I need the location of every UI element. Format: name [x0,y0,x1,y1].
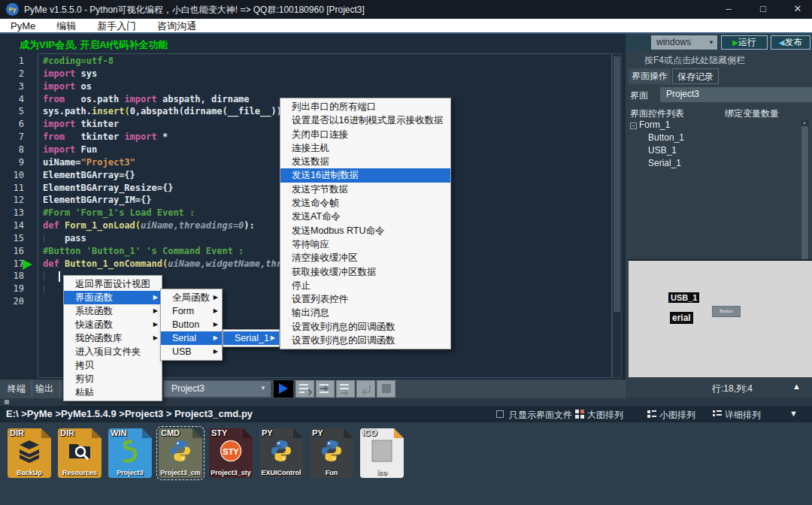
breadcrumb-path[interactable]: E:\ >PyMe >PyMe1.5.4.9 >Project3 > Proje… [6,408,253,419]
context-menu-item-5[interactable]: 我的函数库▶ [64,331,162,345]
context-menu-item-7[interactable]: 拷贝 [64,358,162,372]
ui-func-menu-item-1[interactable]: 全局函数▶ [161,291,222,304]
preview-serial-label[interactable]: erial [670,312,693,324]
small-icons-view-icon[interactable] [647,410,656,419]
show-ui-files-checkbox[interactable] [496,410,504,418]
tree-scroll-thumb[interactable] [801,126,808,275]
code-text: #coding=utf-8 [43,56,114,66]
tab-save-history[interactable]: 保存记录 [672,68,719,84]
ui-project-dropdown[interactable]: Project3 ▼ [660,87,812,102]
tree-node-button_1[interactable]: Button_1 [648,132,684,143]
menu-item-2[interactable]: 编辑 [46,19,86,33]
minimize-button[interactable]: – [711,0,746,19]
tree-node-serial_1[interactable]: Serial_1 [648,158,681,168]
serial-cmd-menu-item-15[interactable]: 设置列表控件 [280,292,450,306]
code-line-2[interactable]: 2import sys [0,68,624,81]
code-line-3[interactable]: 3import os [0,81,624,94]
submenu-arrow-icon: ▶ [214,304,218,318]
hide-sidebar-hint[interactable]: 按F4或点击此处隐藏侧栏 [644,54,745,67]
run-button[interactable]: ▶运行 [721,35,768,50]
file-icon-resources[interactable]: DIRResources [58,428,102,478]
preview-usb-label[interactable]: USB_1 [668,292,699,303]
debug-undo-button[interactable] [356,380,375,398]
serial-inst-menu-item-1[interactable]: Serial_1▶ [223,331,279,345]
menu-item-3[interactable]: 新手入门 [86,19,147,33]
form-preview-canvas[interactable]: USB_1 erial Button [629,259,812,377]
detail-view-icon[interactable] [713,410,722,419]
serial-cmd-menu-item-1[interactable]: 列出串口的所有端口 [280,100,450,113]
menu-item-label: 我的函数库 [64,333,123,343]
serial-cmd-menu-item-8[interactable]: 发送命令帧 [280,196,450,210]
serial-cmd-menu-item-13[interactable]: 获取接收缓冲区数据 [280,265,450,279]
context-menu-item-1[interactable]: 返回界面设计视图 [64,277,162,291]
context-menu-item-8[interactable]: 剪切 [64,372,162,386]
code-line-1[interactable]: 1#coding=utf-8 [0,56,624,68]
serial-cmd-menu-item-7[interactable]: 发送字节数据 [280,183,450,196]
context-menu-item-2[interactable]: 界面函数▶ [64,291,162,304]
ui-func-menu-item-2[interactable]: Form▶ [161,304,222,318]
serial-cmd-menu-item-4[interactable]: 连接主机 [280,141,450,155]
debug-step-into-button[interactable] [295,380,314,398]
debug-run-button[interactable] [274,380,293,398]
bottom-tab-1[interactable]: 终端 [2,381,32,397]
ui-func-menu-item-3[interactable]: Button▶ [161,318,222,331]
ui-func-menu-item-5[interactable]: USB▶ [161,345,222,358]
run-project-dropdown[interactable]: Project3 ▼ [164,381,271,397]
menu-item-4[interactable]: 咨询沟通 [147,19,207,33]
context-menu-item-4[interactable]: 快速函数▶ [64,318,162,331]
tree-node-form1[interactable]: −Form_1 [630,119,670,130]
scroll-up-icon[interactable]: ▲ [802,120,807,125]
serial-cmd-menu-item-14[interactable]: 停止 [280,279,450,292]
serial-cmd-menu-item-17[interactable]: 设置收到消息的回调函数 [280,320,450,334]
tree-node-usb_1[interactable]: USB_1 [648,145,677,156]
file-icon-exuicontrol[interactable]: PYEXUIControl [259,428,303,478]
more-views-icon[interactable]: ▼ [789,409,798,418]
collapse-up-icon[interactable]: ▲ [792,382,801,391]
show-ui-files-label[interactable]: 只显示界面文件 [509,409,572,422]
ui-func-menu-item-4[interactable]: Serial▶ [161,331,222,345]
serial-cmd-menu-item-3[interactable]: 关闭串口连接 [280,128,450,141]
serial-cmd-menu-item-9[interactable]: 发送AT命令 [280,210,450,223]
file-icon-fun[interactable]: PYFun [310,428,353,478]
serial-cmd-menu-item-11[interactable]: 等待响应 [280,237,450,251]
serial-cmd-menu-item-18[interactable]: 设置收到消息的回调函数 [280,334,450,347]
tree-collapse-icon[interactable]: − [630,122,637,129]
small-icons-view-label[interactable]: 小图排列 [659,409,695,422]
serial-cmd-menu-item-10[interactable]: 发送Modbus RTU命令 [280,224,450,237]
menu-item-1[interactable]: PyMe [0,19,46,33]
file-icon-ico[interactable]: ICOico [360,428,404,478]
serial-cmd-menu-item-16[interactable]: 输出消息 [280,306,450,319]
page-fold-corner [192,428,202,438]
serial-cmd-menu-item-6[interactable]: 发送16进制数据 [280,168,450,182]
preview-button-widget[interactable]: Button [712,306,741,317]
windows-target-dropdown[interactable]: windows ▼ [651,35,717,50]
large-icons-view-icon[interactable] [575,410,584,419]
file-icon-project3[interactable]: WINProject3 [108,428,152,478]
file-icon-backup[interactable]: DIRBackUp [8,428,51,478]
bottom-tab-2[interactable]: 输出 [29,381,60,397]
menu-item-label: 发送AT命令 [280,211,341,222]
file-type-badge: PY [312,428,323,437]
menu-item-label: Button [161,319,199,330]
text-cursor [59,271,60,282]
large-icons-view-label[interactable]: 大图排列 [587,409,623,422]
file-icon-project3_sty[interactable]: STYSTYProject3_sty [209,428,253,478]
context-menu-item-3[interactable]: 系统函数▶ [64,304,162,318]
detail-view-label[interactable]: 详细排列 [725,409,761,422]
vip-banner[interactable]: 成为VIP会员, 开启AI代码补全功能 [20,38,168,52]
serial-cmd-menu-item-5[interactable]: 发送数据 [280,155,450,168]
maximize-button[interactable]: □ [746,0,780,19]
context-menu-item-6[interactable]: 进入项目文件夹 [64,345,162,358]
publish-button[interactable]: ◀发布 [771,35,810,50]
debug-step-over-button[interactable] [316,380,335,398]
step-out-icon [337,381,354,397]
close-button[interactable]: ✕ [780,0,812,19]
splitter-handle[interactable] [5,400,9,404]
file-icon-project3_cm[interactable]: CMDProject3_cm [159,428,202,478]
serial-cmd-menu-item-12[interactable]: 清空接收缓冲区 [280,251,450,265]
debug-stop-button[interactable] [377,380,395,398]
tab-ui-operations[interactable]: 界面操作 [629,68,671,84]
serial-cmd-menu-item-2[interactable]: 设置是否以16进制模式显示接收数据 [280,113,450,127]
debug-step-out-button[interactable] [336,380,355,398]
context-menu-item-9[interactable]: 粘贴 [64,386,162,399]
